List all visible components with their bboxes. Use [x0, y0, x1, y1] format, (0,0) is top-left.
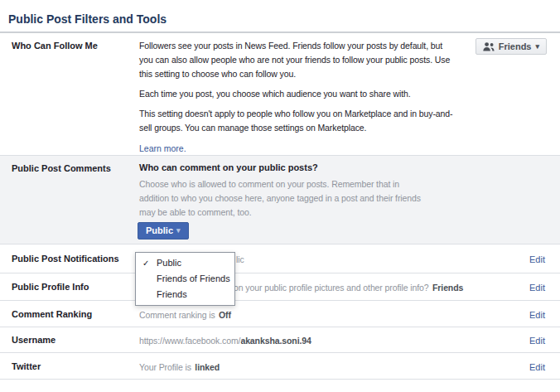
caret-down-icon: ▾: [535, 43, 539, 51]
edit-link[interactable]: Edit: [529, 283, 545, 293]
row-label: Twitter: [0, 361, 139, 371]
menu-item-friends[interactable]: Friends: [136, 287, 234, 302]
follow-audience-label: Friends: [499, 41, 532, 51]
setting-value: linked: [195, 362, 220, 372]
setting-value: Friends: [432, 283, 463, 293]
audience-dropdown-menu: ✓ Public Friends of Friends Friends: [135, 252, 235, 306]
row-twitter: Twitter Your Profile is linked Edit: [0, 352, 560, 380]
caret-down-icon: ▾: [176, 227, 181, 235]
edit-link[interactable]: Edit: [529, 362, 545, 372]
checkmark-icon: ✓: [142, 256, 149, 270]
description-fragment: on your public profile pictures and othe…: [234, 283, 429, 293]
menu-item-label: Friends of Friends: [157, 273, 230, 283]
comments-audience-label: Public: [146, 225, 173, 235]
description-text: Comment ranking is: [139, 310, 215, 320]
description-fragment: lic: [236, 254, 244, 264]
row-action: Friends ▾: [467, 33, 560, 155]
row-edit: Edit: [509, 332, 560, 347]
description-text: Your Profile is: [139, 362, 191, 372]
row-comment-ranking: Comment Ranking Comment ranking is Off E…: [0, 300, 560, 327]
setting-value: Off: [219, 310, 231, 320]
description-paragraph: Each time you post, you choose which aud…: [139, 87, 467, 101]
edit-link[interactable]: Edit: [529, 254, 545, 264]
row-edit: Edit: [509, 359, 560, 374]
settings-table: Who Can Follow Me Followers see your pos…: [0, 31, 560, 380]
menu-item-friends-of-friends[interactable]: Friends of Friends: [136, 271, 234, 287]
row-description: Your Profile is linked: [139, 359, 509, 374]
row-username: Username https://www.facebook.com/akanks…: [0, 327, 560, 352]
menu-item-label: Public: [157, 258, 181, 268]
row-public-post-comments: Public Post Comments Who can comment on …: [0, 155, 560, 244]
row-edit: Edit: [509, 307, 560, 322]
row-edit: Edit: [509, 251, 560, 266]
row-label: Username: [0, 335, 139, 345]
edit-link[interactable]: Edit: [529, 336, 545, 346]
settings-page: Public Post Filters and Tools Who Can Fo…: [0, 0, 560, 392]
comments-description: Choose who is allowed to comment on your…: [139, 177, 560, 220]
row-label: Public Post Notifications: [0, 254, 139, 264]
edit-link[interactable]: Edit: [529, 310, 545, 320]
description-paragraph: This setting doesn't apply to people who…: [139, 107, 467, 135]
comments-audience-button[interactable]: Public ▾: [138, 222, 189, 240]
page-title: Public Post Filters and Tools: [0, 0, 560, 31]
row-public-post-notifications: Public Post Notifications lic Edit: [0, 244, 560, 273]
row-who-can-follow-me: Who Can Follow Me Followers see your pos…: [0, 33, 560, 155]
row-public-profile-info: Public Profile Info on your public profi…: [0, 273, 560, 300]
row-description: Who can comment on your public posts? Ch…: [139, 156, 560, 244]
row-label: Who Can Follow Me: [0, 33, 139, 155]
row-label: Public Post Comments: [0, 156, 139, 244]
username-value: akanksha.soni.94: [240, 336, 311, 346]
menu-item-label: Friends: [157, 289, 187, 299]
row-label: Public Profile Info: [0, 282, 139, 292]
learn-more-link[interactable]: Learn more.: [139, 143, 186, 153]
row-label: Comment Ranking: [0, 309, 139, 319]
row-edit: Edit: [509, 279, 560, 294]
comments-question: Who can comment on your public posts?: [139, 162, 560, 172]
username-url-prefix: https://www.facebook.com/: [139, 336, 240, 346]
description-paragraph: Followers see your posts in News Feed. F…: [139, 39, 467, 81]
row-description: https://www.facebook.com/akanksha.soni.9…: [139, 332, 509, 347]
menu-item-public[interactable]: ✓ Public: [136, 255, 234, 271]
row-description: Comment ranking is Off: [139, 307, 509, 322]
follow-audience-button[interactable]: Friends ▾: [476, 38, 547, 55]
friends-icon: [483, 42, 495, 51]
row-description: Followers see your posts in News Feed. F…: [139, 33, 467, 155]
